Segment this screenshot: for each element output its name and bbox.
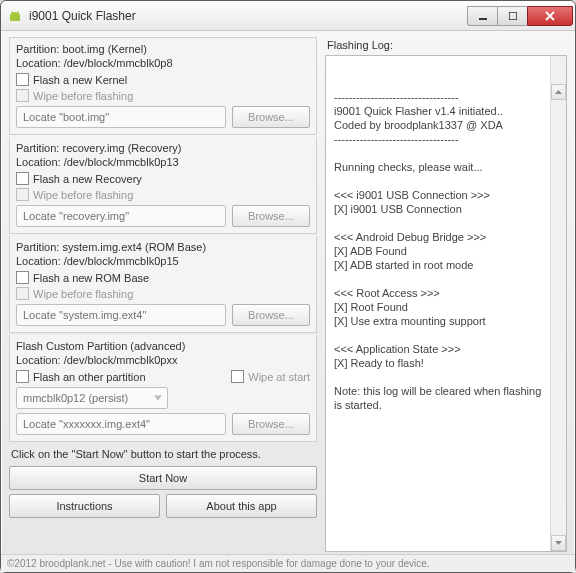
custom-wipe-checkbox-row: Wipe at start <box>231 370 310 383</box>
recovery-wipe-checkbox-row: Wipe before flashing <box>16 188 310 201</box>
kernel-wipe-checkbox-row: Wipe before flashing <box>16 89 310 102</box>
app-window: i9001 Quick Flasher Partition: boot.img … <box>0 0 576 573</box>
custom-partition-label: Flash Custom Partition (advanced) <box>16 339 310 353</box>
checkbox-icon <box>231 370 244 383</box>
scroll-up-icon[interactable] <box>551 84 566 100</box>
system-partition-label: Partition: system.img.ext4 (ROM Base) <box>16 240 310 254</box>
svg-rect-4 <box>509 12 517 20</box>
system-browse-button[interactable]: Browse... <box>232 304 310 326</box>
custom-flash-checkbox-row[interactable]: Flash an other partition Wipe at start <box>16 370 310 383</box>
start-button[interactable]: Start Now <box>9 466 317 490</box>
checkbox-icon[interactable] <box>16 172 29 185</box>
checkbox-icon <box>16 188 29 201</box>
custom-browse-button[interactable]: Browse... <box>232 413 310 435</box>
checkbox-icon <box>16 287 29 300</box>
section-system: Partition: system.img.ext4 (ROM Base) Lo… <box>9 236 317 333</box>
kernel-wipe-label: Wipe before flashing <box>33 90 133 102</box>
chevron-down-icon <box>154 396 162 401</box>
system-path-input[interactable] <box>16 304 226 326</box>
kernel-partition-label: Partition: boot.img (Kernel) <box>16 42 310 56</box>
kernel-flash-label: Flash a new Kernel <box>33 74 127 86</box>
kernel-location-label: Location: /dev/block/mmcblk0p8 <box>16 56 310 70</box>
checkbox-icon[interactable] <box>16 271 29 284</box>
svg-rect-3 <box>479 18 487 20</box>
maximize-button[interactable] <box>497 6 527 26</box>
scroll-down-icon[interactable] <box>551 535 566 551</box>
scrollbar[interactable] <box>550 56 566 551</box>
instructions-button[interactable]: Instructions <box>9 494 160 518</box>
start-note: Click on the "Start Now" button to start… <box>11 448 317 460</box>
kernel-path-input[interactable] <box>16 106 226 128</box>
custom-partition-dropdown[interactable] <box>16 387 168 409</box>
left-pane: Partition: boot.img (Kernel) Location: /… <box>9 37 317 552</box>
system-wipe-checkbox-row: Wipe before flashing <box>16 287 310 300</box>
window-controls <box>467 6 573 26</box>
right-pane: Flashing Log: --------------------------… <box>325 37 567 552</box>
section-kernel: Partition: boot.img (Kernel) Location: /… <box>9 37 317 135</box>
close-button[interactable] <box>527 6 573 26</box>
kernel-flash-checkbox-row[interactable]: Flash a new Kernel <box>16 73 310 86</box>
section-recovery: Partition: recovery.img (Recovery) Locat… <box>9 137 317 234</box>
android-icon <box>7 8 23 24</box>
svg-rect-0 <box>10 14 20 21</box>
section-custom: Flash Custom Partition (advanced) Locati… <box>9 335 317 442</box>
window-title: i9001 Quick Flasher <box>29 9 467 23</box>
log-content: ---------------------------------- i9001… <box>334 90 558 412</box>
log-header: Flashing Log: <box>327 39 567 51</box>
recovery-wipe-label: Wipe before flashing <box>33 189 133 201</box>
recovery-partition-label: Partition: recovery.img (Recovery) <box>16 141 310 155</box>
recovery-flash-label: Flash a new Recovery <box>33 173 142 185</box>
titlebar[interactable]: i9001 Quick Flasher <box>1 1 575 31</box>
checkbox-icon[interactable] <box>16 370 29 383</box>
system-wipe-label: Wipe before flashing <box>33 288 133 300</box>
log-textarea[interactable]: ---------------------------------- i9001… <box>325 55 567 552</box>
custom-wipe-label: Wipe at start <box>248 371 310 383</box>
recovery-location-label: Location: /dev/block/mmcblk0p13 <box>16 155 310 169</box>
checkbox-icon[interactable] <box>16 73 29 86</box>
about-button[interactable]: About this app <box>166 494 317 518</box>
checkbox-icon <box>16 89 29 102</box>
client-area: Partition: boot.img (Kernel) Location: /… <box>1 31 575 554</box>
system-flash-label: Flash a new ROM Base <box>33 272 149 284</box>
recovery-flash-checkbox-row[interactable]: Flash a new Recovery <box>16 172 310 185</box>
custom-partition-value[interactable] <box>16 387 168 409</box>
custom-path-input[interactable] <box>16 413 226 435</box>
custom-location-label: Location: /dev/block/mmcblk0pxx <box>16 353 310 367</box>
system-flash-checkbox-row[interactable]: Flash a new ROM Base <box>16 271 310 284</box>
minimize-button[interactable] <box>467 6 497 26</box>
custom-flash-label: Flash an other partition <box>33 371 146 383</box>
system-location-label: Location: /dev/block/mmcblk0p15 <box>16 254 310 268</box>
kernel-browse-button[interactable]: Browse... <box>232 106 310 128</box>
status-bar: ©2012 broodplank.net - Use with caution!… <box>1 554 575 572</box>
recovery-path-input[interactable] <box>16 205 226 227</box>
recovery-browse-button[interactable]: Browse... <box>232 205 310 227</box>
